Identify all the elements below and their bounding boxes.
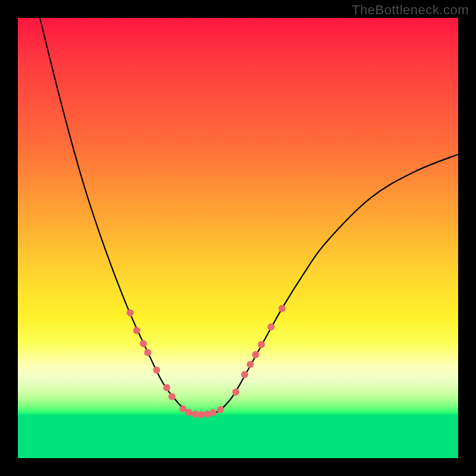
- curve-dot: [252, 351, 259, 358]
- curve-dot: [153, 367, 160, 374]
- curve-dot: [163, 384, 170, 392]
- curve-dot: [140, 340, 147, 347]
- curve-dot: [209, 409, 217, 416]
- curve-dot: [144, 349, 151, 356]
- chart-container: TheBottleneck.com: [0, 0, 476, 476]
- curve-dot: [185, 409, 192, 416]
- curve-dot: [278, 305, 286, 312]
- curve-dots-group: [127, 305, 286, 418]
- curve-dot: [241, 371, 248, 378]
- plot-area: [18, 18, 458, 458]
- curve-svg: [18, 18, 458, 458]
- curve-dot: [127, 309, 134, 317]
- watermark-text: TheBottleneck.com: [352, 2, 469, 18]
- curve-dot: [258, 341, 265, 348]
- curve-dot: [168, 393, 176, 400]
- curve-dot: [247, 361, 254, 368]
- curve-dot: [217, 406, 224, 414]
- curve-dot: [133, 327, 140, 334]
- curve-dot: [198, 411, 205, 418]
- bottleneck-curve: [40, 18, 458, 415]
- curve-dot: [232, 389, 239, 396]
- curve-dot: [268, 323, 275, 330]
